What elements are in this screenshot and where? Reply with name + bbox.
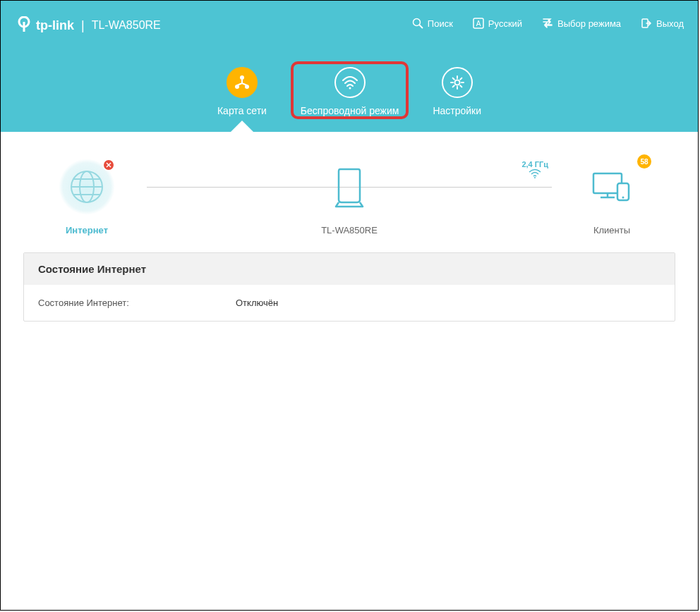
- svg-point-10: [349, 87, 351, 90]
- brand-separator: |: [81, 18, 85, 33]
- wifi-signal-icon: [528, 169, 542, 178]
- search-label: Поиск: [428, 18, 453, 29]
- status-body: Состояние Интернет: Отключён: [24, 285, 675, 321]
- nav-settings[interactable]: Настройки: [433, 67, 481, 116]
- svg-line-3: [419, 25, 423, 28]
- clients-count-badge: 58: [637, 154, 651, 169]
- svg-point-11: [454, 80, 459, 85]
- search-action[interactable]: Поиск: [412, 18, 453, 29]
- nav-map-label: Карта сети: [217, 105, 267, 116]
- extender-icon: [333, 166, 366, 208]
- nav-settings-label: Настройки: [433, 105, 481, 116]
- internet-label: Интернет: [66, 225, 108, 235]
- nav-wireless[interactable]: Беспроводной режим: [301, 67, 399, 116]
- globe-icon: [59, 159, 115, 215]
- ghz-text: 2,4 ГГц: [521, 160, 548, 169]
- nav-section: Карта сети Беспроводной режим Настройки: [1, 63, 698, 132]
- nav-active-indicator: [231, 121, 253, 132]
- gear-icon: [442, 67, 473, 98]
- language-action[interactable]: A Русский: [473, 18, 522, 29]
- nav-wireless-label: Беспроводной режим: [301, 105, 399, 116]
- svg-rect-1: [23, 22, 25, 32]
- logout-label: Выход: [656, 18, 684, 29]
- content-area: Интернет 2,4 ГГц TL-WA850RE 58 Клиенты: [1, 132, 698, 341]
- clients-icon: [591, 171, 633, 203]
- status-value: Отключён: [236, 298, 278, 308]
- svg-point-7: [240, 75, 244, 80]
- language-icon: A: [473, 18, 484, 29]
- mode-icon: [542, 18, 553, 29]
- search-icon: [412, 18, 423, 29]
- internet-node[interactable]: Интернет: [52, 159, 122, 235]
- clients-label: Клиенты: [593, 225, 630, 235]
- status-panel: Состояние Интернет Состояние Интернет: О…: [23, 252, 675, 322]
- brand-name: tp-link: [36, 18, 74, 33]
- status-header: Состояние Интернет: [24, 253, 675, 285]
- device-label: TL-WA850RE: [321, 225, 378, 235]
- ghz-badge: 2,4 ГГц: [521, 160, 548, 181]
- error-badge-icon: [102, 159, 115, 171]
- mode-label: Выбор режима: [557, 18, 621, 29]
- brand-logo: tp-link: [15, 16, 74, 35]
- network-map-icon: [227, 67, 258, 98]
- nav-map[interactable]: Карта сети: [217, 67, 267, 116]
- header: tp-link | TL-WA850RE Поиск A Русский Выб…: [1, 1, 698, 63]
- wifi-icon: [334, 67, 366, 98]
- svg-point-22: [622, 197, 624, 199]
- language-label: Русский: [488, 18, 522, 29]
- svg-point-17: [534, 177, 536, 178]
- status-label: Состояние Интернет:: [38, 298, 236, 308]
- svg-text:A: A: [476, 20, 481, 27]
- network-topology: Интернет 2,4 ГГц TL-WA850RE 58 Клиенты: [52, 159, 647, 235]
- brand-block: tp-link | TL-WA850RE: [15, 1, 161, 35]
- logout-action[interactable]: Выход: [641, 18, 684, 29]
- brand-model: TL-WA850RE: [92, 19, 161, 32]
- clients-node[interactable]: 58 Клиенты: [577, 159, 647, 235]
- device-node[interactable]: TL-WA850RE: [314, 159, 385, 235]
- logout-icon: [641, 18, 652, 29]
- top-actions: Поиск A Русский Выбор режима Выход: [412, 1, 684, 29]
- mode-action[interactable]: Выбор режима: [542, 18, 621, 29]
